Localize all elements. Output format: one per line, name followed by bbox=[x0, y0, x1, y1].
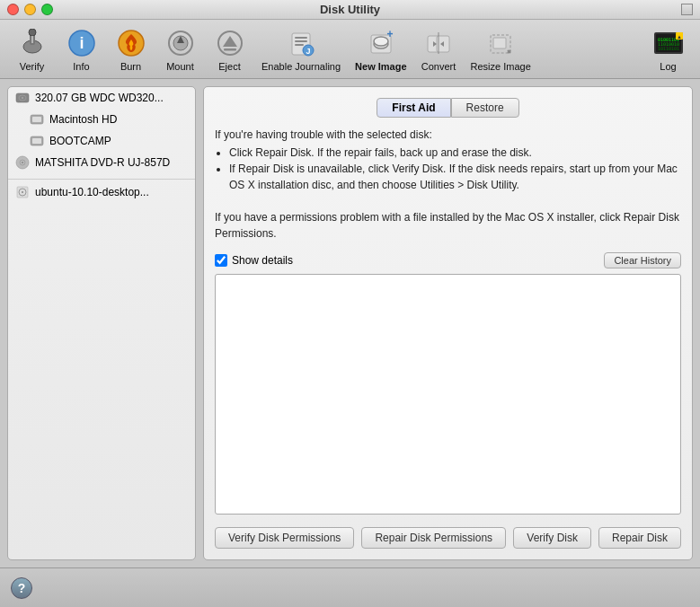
show-details-row: Show details Clear History bbox=[215, 252, 681, 268]
sidebar: 320.07 GB WDC WD320... Macintosh HD BOOT… bbox=[7, 86, 196, 560]
instructions-block: If you're having trouble with the select… bbox=[215, 127, 681, 242]
minimize-button[interactable] bbox=[24, 4, 36, 15]
svg-point-41 bbox=[22, 97, 23, 99]
sidebar-divider bbox=[8, 179, 195, 180]
log-area bbox=[215, 274, 681, 515]
svg-rect-29 bbox=[493, 38, 506, 48]
tab-restore[interactable]: Restore bbox=[451, 98, 519, 118]
sidebar-item-macintosh-hd-label: Macintosh HD bbox=[49, 113, 117, 126]
journaling-icon: J bbox=[285, 27, 317, 59]
sidebar-item-disk-320[interactable]: 320.07 GB WDC WD320... bbox=[8, 87, 195, 109]
repair-disk-permissions-button[interactable]: Repair Disk Permissions bbox=[361, 527, 506, 549]
mount-icon bbox=[164, 27, 197, 59]
svg-point-51 bbox=[22, 191, 23, 193]
svg-rect-16 bbox=[295, 44, 304, 46]
volume-icon bbox=[30, 112, 44, 127]
svg-point-2 bbox=[29, 29, 36, 36]
toolbar-eject[interactable]: Eject bbox=[205, 23, 254, 75]
close-button[interactable] bbox=[7, 4, 19, 15]
window-controls[interactable] bbox=[7, 4, 53, 15]
svg-marker-11 bbox=[223, 36, 237, 47]
show-details-checkbox[interactable] bbox=[215, 254, 227, 267]
help-button[interactable]: ? bbox=[11, 577, 32, 599]
sidebar-item-ubuntu[interactable]: ubuntu-10.10-desktop... bbox=[8, 181, 195, 203]
instructions-intro: If you're having trouble with the select… bbox=[215, 127, 681, 143]
bottom-buttons: Verify Disk Permissions Repair Disk Perm… bbox=[215, 527, 681, 549]
maximize-button[interactable] bbox=[41, 4, 53, 15]
sidebar-item-ubuntu-label: ubuntu-10.10-desktop... bbox=[35, 186, 149, 198]
toolbar-new-image[interactable]: + New Image bbox=[348, 23, 413, 75]
bottom-buttons-right: Verify Disk Repair Disk bbox=[513, 527, 681, 549]
sidebar-spacer bbox=[8, 173, 195, 177]
svg-text:10110101: 10110101 bbox=[658, 46, 679, 51]
toolbar-log[interactable]: 01001101 11010010 10110101 ▲ Log bbox=[643, 23, 693, 75]
toolbar-verify-label: Verify bbox=[20, 61, 45, 72]
convert-icon bbox=[422, 27, 455, 59]
svg-rect-43 bbox=[32, 117, 41, 122]
toolbar-info-label: Info bbox=[73, 61, 89, 72]
svg-rect-12 bbox=[224, 48, 236, 51]
svg-text:+: + bbox=[386, 29, 393, 40]
svg-text:i: i bbox=[79, 34, 84, 52]
verify-icon bbox=[16, 27, 49, 59]
info-icon: i bbox=[66, 27, 98, 59]
instructions-bullet-2: If Repair Disk is unavailable, click Ver… bbox=[229, 161, 681, 193]
tab-first-aid[interactable]: First Aid bbox=[377, 98, 450, 118]
svg-rect-14 bbox=[295, 37, 307, 39]
svg-text:▲: ▲ bbox=[677, 34, 682, 40]
show-details-label: Show details bbox=[232, 254, 293, 267]
toolbar-info[interactable]: i Info bbox=[57, 23, 106, 75]
bottom-buttons-left: Verify Disk Permissions Repair Disk Perm… bbox=[215, 527, 506, 549]
resize-image-icon bbox=[484, 27, 517, 59]
optical-icon bbox=[15, 155, 30, 170]
tab-bar: First Aid Restore bbox=[215, 98, 681, 118]
dmg-icon bbox=[15, 185, 30, 199]
toolbar-verify[interactable]: Verify bbox=[7, 23, 57, 75]
sidebar-item-bootcamp[interactable]: BOOTCAMP bbox=[8, 130, 195, 152]
new-image-icon: + bbox=[365, 27, 397, 59]
toolbar-resize-image[interactable]: Resize Image bbox=[464, 23, 538, 75]
toolbar-burn-label: Burn bbox=[120, 61, 141, 72]
main-area: 320.07 GB WDC WD320... Macintosh HD BOOT… bbox=[0, 79, 700, 567]
log-icon: 01001101 11010010 10110101 ▲ bbox=[652, 27, 685, 59]
instructions-permissions: If you have a permissions problem with a… bbox=[215, 209, 681, 242]
bootcamp-volume-icon bbox=[30, 134, 44, 148]
toolbar-convert-label: Convert bbox=[421, 61, 456, 72]
bottombar: ? bbox=[0, 567, 700, 607]
resize-handle[interactable] bbox=[681, 4, 693, 15]
burn-icon bbox=[115, 27, 147, 59]
toolbar-mount-label: Mount bbox=[166, 61, 194, 72]
toolbar-log-label: Log bbox=[660, 61, 676, 72]
toolbar-eject-label: Eject bbox=[218, 61, 240, 72]
toolbar-new-image-label: New Image bbox=[355, 61, 406, 72]
sidebar-item-disk-320-label: 320.07 GB WDC WD320... bbox=[35, 92, 164, 104]
clear-history-button[interactable]: Clear History bbox=[604, 252, 681, 268]
sidebar-item-dvd-label: MATSHITA DVD-R UJ-857D bbox=[35, 156, 170, 169]
toolbar: Verify i Info Burn bbox=[0, 20, 700, 79]
svg-rect-45 bbox=[32, 138, 41, 144]
sidebar-item-bootcamp-label: BOOTCAMP bbox=[49, 135, 111, 147]
verify-disk-button[interactable]: Verify Disk bbox=[513, 527, 591, 549]
sidebar-item-dvd[interactable]: MATSHITA DVD-R UJ-857D bbox=[8, 152, 195, 173]
instructions-bullet-1: Click Repair Disk. If the repair fails, … bbox=[229, 145, 681, 161]
disk-icon bbox=[15, 91, 30, 105]
show-details-left: Show details bbox=[215, 254, 293, 267]
verify-disk-permissions-button[interactable]: Verify Disk Permissions bbox=[215, 527, 354, 549]
eject-icon bbox=[214, 27, 246, 59]
sidebar-item-macintosh-hd[interactable]: Macintosh HD bbox=[8, 109, 195, 130]
titlebar: Disk Utility bbox=[0, 0, 700, 20]
toolbar-enable-journaling[interactable]: J Enable Journaling bbox=[254, 23, 348, 75]
window-title: Disk Utility bbox=[320, 3, 380, 16]
toolbar-journaling-label: Enable Journaling bbox=[261, 61, 341, 72]
toolbar-burn[interactable]: Burn bbox=[106, 23, 155, 75]
svg-point-48 bbox=[22, 162, 23, 163]
svg-rect-15 bbox=[295, 40, 307, 42]
svg-text:J: J bbox=[306, 47, 311, 56]
toolbar-resize-image-label: Resize Image bbox=[471, 61, 531, 72]
toolbar-mount[interactable]: Mount bbox=[155, 23, 205, 75]
toolbar-convert[interactable]: Convert bbox=[414, 23, 464, 75]
repair-disk-button[interactable]: Repair Disk bbox=[598, 527, 681, 549]
content-panel: First Aid Restore If you're having troub… bbox=[203, 86, 693, 560]
